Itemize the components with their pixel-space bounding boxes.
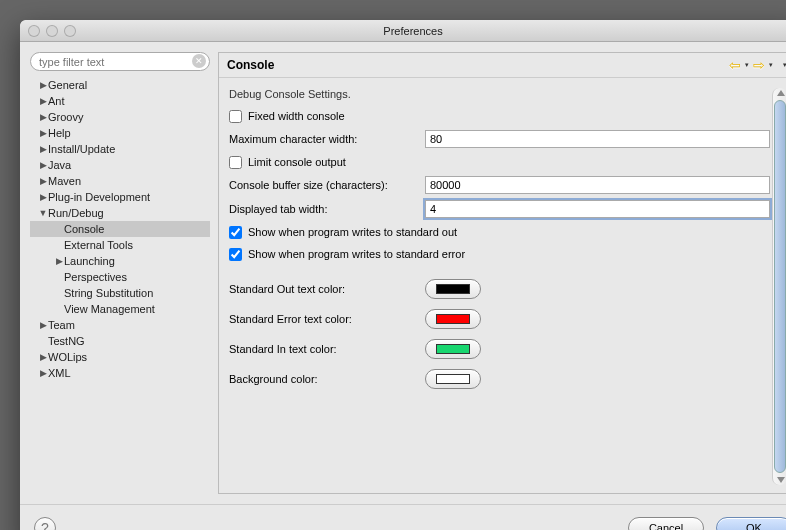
tree-item-xml[interactable]: ▶XML <box>30 365 210 381</box>
tree-item-install-update[interactable]: ▶Install/Update <box>30 141 210 157</box>
zoom-window-button[interactable] <box>64 25 76 37</box>
stderr-color-label: Standard Error text color: <box>229 313 425 325</box>
stdout-color-label: Standard Out text color: <box>229 283 425 295</box>
tree-item-label: TestNG <box>48 335 85 347</box>
filter-input[interactable] <box>30 52 210 71</box>
stdin-color-button[interactable] <box>425 339 481 359</box>
show-stdout-label[interactable]: Show when program writes to standard out <box>248 226 457 238</box>
disclosure-icon[interactable]: ▶ <box>38 352 48 362</box>
tree-item-label: Java <box>48 159 71 171</box>
tree-item-label: Groovy <box>48 111 83 123</box>
filter-search: ✕ <box>30 52 210 71</box>
content-scrollbar[interactable] <box>772 88 786 485</box>
disclosure-icon[interactable]: ▶ <box>38 176 48 186</box>
footer: ? Cancel OK <box>20 504 786 530</box>
show-stdout-checkbox[interactable] <box>229 226 242 239</box>
tree-item-testng[interactable]: TestNG <box>30 333 210 349</box>
page-subtitle: Debug Console Settings. <box>229 88 770 100</box>
minimize-window-button[interactable] <box>46 25 58 37</box>
max-width-label: Maximum character width: <box>229 133 425 145</box>
disclosure-icon[interactable]: ▶ <box>54 256 64 266</box>
tree-item-label: View Management <box>64 303 155 315</box>
stderr-color-button[interactable] <box>425 309 481 329</box>
forward-icon[interactable]: ⇨ <box>753 57 765 73</box>
window-body: ✕ ▶General▶Ant▶Groovy▶Help▶Install/Updat… <box>20 42 786 504</box>
tree-item-team[interactable]: ▶Team <box>30 317 210 333</box>
sidebar: ✕ ▶General▶Ant▶Groovy▶Help▶Install/Updat… <box>30 52 210 494</box>
tab-width-input[interactable] <box>425 200 770 218</box>
buffer-size-input[interactable] <box>425 176 770 194</box>
close-window-button[interactable] <box>28 25 40 37</box>
traffic-lights <box>28 25 76 37</box>
disclosure-icon[interactable]: ▶ <box>38 128 48 138</box>
show-stderr-checkbox[interactable] <box>229 248 242 261</box>
tree-item-plug-in-development[interactable]: ▶Plug-in Development <box>30 189 210 205</box>
tree-item-label: Plug-in Development <box>48 191 150 203</box>
tree-item-maven[interactable]: ▶Maven <box>30 173 210 189</box>
bg-color-button[interactable] <box>425 369 481 389</box>
disclosure-icon[interactable]: ▶ <box>38 80 48 90</box>
tree-item-help[interactable]: ▶Help <box>30 125 210 141</box>
stdout-swatch <box>436 284 470 294</box>
content-pane: Console ⇦ ▾ ⇨ ▾ ▾ Debug Console Settings… <box>218 52 786 494</box>
help-button[interactable]: ? <box>34 517 56 531</box>
tree-item-wolips[interactable]: ▶WOLips <box>30 349 210 365</box>
tree-item-label: Ant <box>48 95 65 107</box>
tree-item-console[interactable]: Console <box>30 221 210 237</box>
stdin-color-label: Standard In text color: <box>229 343 425 355</box>
fixed-width-checkbox[interactable] <box>229 110 242 123</box>
bg-swatch <box>436 374 470 384</box>
preferences-tree[interactable]: ▶General▶Ant▶Groovy▶Help▶Install/Update▶… <box>30 77 210 494</box>
tree-item-general[interactable]: ▶General <box>30 77 210 93</box>
tree-item-perspectives[interactable]: Perspectives <box>30 269 210 285</box>
bg-color-label: Background color: <box>229 373 425 385</box>
stdout-color-button[interactable] <box>425 279 481 299</box>
disclosure-icon[interactable]: ▶ <box>38 192 48 202</box>
tree-item-ant[interactable]: ▶Ant <box>30 93 210 109</box>
max-width-input[interactable] <box>425 130 770 148</box>
disclosure-icon[interactable]: ▶ <box>38 160 48 170</box>
ok-button[interactable]: OK <box>716 517 786 531</box>
scrollbar-thumb[interactable] <box>774 100 786 473</box>
tree-item-label: Maven <box>48 175 81 187</box>
tree-item-label: External Tools <box>64 239 133 251</box>
disclosure-icon[interactable]: ▶ <box>38 144 48 154</box>
tree-item-groovy[interactable]: ▶Groovy <box>30 109 210 125</box>
cancel-button[interactable]: Cancel <box>628 517 704 531</box>
tree-item-label: Run/Debug <box>48 207 104 219</box>
buffer-size-label: Console buffer size (characters): <box>229 179 425 191</box>
titlebar: Preferences <box>20 20 786 42</box>
disclosure-icon[interactable]: ▶ <box>38 320 48 330</box>
clear-search-icon[interactable]: ✕ <box>192 54 206 68</box>
preferences-window: Preferences ✕ ▶General▶Ant▶Groovy▶Help▶I… <box>20 20 786 530</box>
tree-item-view-management[interactable]: View Management <box>30 301 210 317</box>
tree-item-label: XML <box>48 367 71 379</box>
tree-item-run-debug[interactable]: ▼Run/Debug <box>30 205 210 221</box>
tab-width-label: Displayed tab width: <box>229 203 425 215</box>
tree-item-launching[interactable]: ▶Launching <box>30 253 210 269</box>
stdin-swatch <box>436 344 470 354</box>
tree-item-external-tools[interactable]: External Tools <box>30 237 210 253</box>
limit-output-checkbox[interactable] <box>229 156 242 169</box>
disclosure-icon[interactable]: ▶ <box>38 96 48 106</box>
page-title: Console <box>227 58 274 72</box>
tree-item-label: Perspectives <box>64 271 127 283</box>
limit-output-label[interactable]: Limit console output <box>248 156 346 168</box>
tree-item-label: Install/Update <box>48 143 115 155</box>
fixed-width-label[interactable]: Fixed width console <box>248 110 345 122</box>
tree-item-java[interactable]: ▶Java <box>30 157 210 173</box>
disclosure-icon[interactable]: ▼ <box>38 208 48 218</box>
back-menu-icon[interactable]: ▾ <box>745 61 749 69</box>
tree-item-label: String Substitution <box>64 287 153 299</box>
tree-item-string-substitution[interactable]: String Substitution <box>30 285 210 301</box>
footer-buttons: Cancel OK <box>628 517 786 531</box>
tree-item-label: Console <box>64 223 104 235</box>
forward-menu-icon[interactable]: ▾ <box>769 61 773 69</box>
show-stderr-label[interactable]: Show when program writes to standard err… <box>248 248 465 260</box>
tree-item-label: General <box>48 79 87 91</box>
tree-item-label: Help <box>48 127 71 139</box>
disclosure-icon[interactable]: ▶ <box>38 368 48 378</box>
back-icon[interactable]: ⇦ <box>729 57 741 73</box>
tree-item-label: Launching <box>64 255 115 267</box>
disclosure-icon[interactable]: ▶ <box>38 112 48 122</box>
